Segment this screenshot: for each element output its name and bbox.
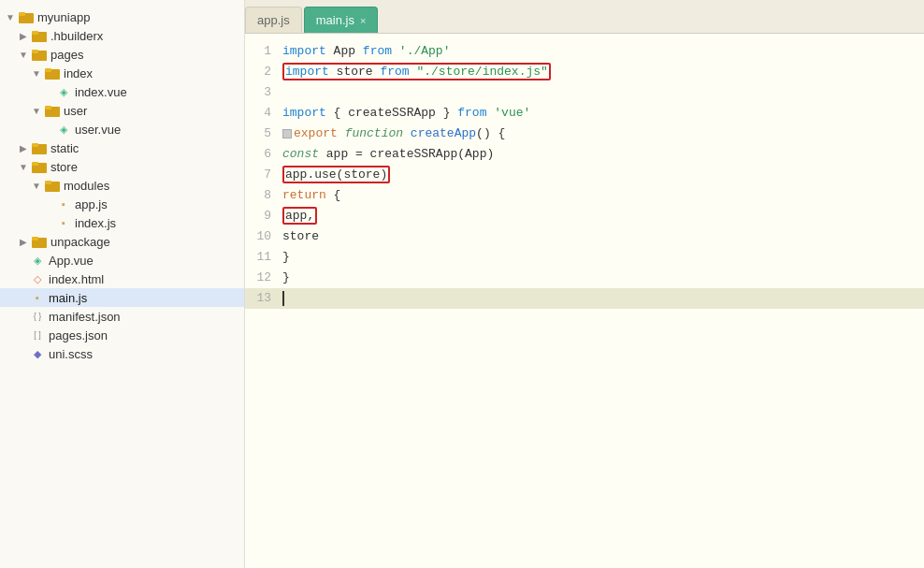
code-container: 1import App from './App'2import store fr… [245, 34, 924, 568]
sidebar-item-index-vue[interactable]: ◈index.vue [0, 82, 244, 101]
chevron-icon: ▶ [17, 29, 30, 42]
sidebar-item-label: index.vue [75, 85, 127, 99]
chevron-icon: ▼ [30, 179, 43, 192]
line-content: const app = createSSRApp(App) [282, 144, 924, 165]
sidebar-item-label: unpackage [51, 235, 110, 249]
token-kw-export: export [294, 126, 338, 140]
sidebar-item-index-folder[interactable]: ▼index [0, 64, 244, 82]
sidebar-item-label: pages [51, 48, 83, 62]
sidebar-item-uni-scss[interactable]: ◆uni.scss [0, 344, 244, 363]
sidebar-item-label: myuniapp [37, 10, 90, 24]
token-kw-from: from [457, 106, 486, 120]
json-file-icon: { } [30, 309, 45, 324]
token-ident: { [326, 188, 341, 202]
folder-icon [45, 103, 60, 118]
sidebar-item-pages-json[interactable]: [ ]pages.json [0, 326, 244, 344]
sidebar-item-label: app.js [75, 197, 108, 211]
chevron-icon: ▼ [30, 104, 43, 117]
token-ident: app = createSSRApp(App) [319, 147, 494, 161]
token-kw-from: from [363, 44, 392, 58]
css-file-icon: ◆ [30, 346, 45, 361]
line-content: import store from "./store/index.js" [282, 62, 924, 82]
json-file-icon: [ ] [30, 328, 45, 342]
code-line: 8 return { [245, 185, 924, 206]
line-number: 11 [245, 247, 282, 268]
token-ident: App [326, 44, 363, 58]
line-number: 7 [245, 165, 282, 185]
svg-rect-26 [32, 237, 38, 240]
token-kw-const: const [282, 147, 319, 161]
folder-icon [32, 47, 47, 62]
line-content: export function createApp() { [282, 124, 924, 144]
line-number: 5 [245, 124, 282, 144]
sidebar-item-index-js[interactable]: ▪index.js [0, 213, 244, 232]
token-kw-import: import [282, 44, 326, 58]
sidebar-item-static[interactable]: ▶static [0, 138, 244, 157]
sidebar-item-label: index.html [49, 272, 104, 286]
sidebar-item-label: user.vue [75, 123, 121, 137]
tab-close-icon[interactable]: × [360, 15, 366, 26]
line-content [282, 288, 924, 309]
folder-icon [45, 178, 60, 193]
code-line: 12} [245, 268, 924, 288]
sidebar-item-label: user [64, 104, 87, 118]
vue-file-icon: ◈ [56, 84, 71, 99]
js-file-icon: ▪ [56, 215, 71, 230]
code-line: 11 } [245, 247, 924, 268]
collapse-button[interactable] [282, 129, 292, 138]
token-ident [338, 126, 345, 140]
sidebar-item-manifest-json[interactable]: { }manifest.json [0, 307, 244, 326]
code-line: 10 store [245, 226, 924, 247]
sidebar-item-label: modules [64, 179, 109, 193]
code-line: 2import store from "./store/index.js" [245, 62, 924, 82]
line-number: 13 [245, 288, 282, 309]
sidebar-item-label: uni.scss [49, 347, 93, 361]
sidebar-item-label: index.js [75, 216, 116, 230]
js-file-icon: ▪ [30, 290, 45, 305]
token-ident: store [282, 229, 319, 243]
line-content: } [282, 268, 924, 288]
chevron-icon: ▶ [17, 235, 30, 248]
tab-main-js-tab[interactable]: main.js× [304, 7, 379, 33]
sidebar-item-hbuilderx[interactable]: ▶.hbuilderx [0, 26, 244, 45]
svg-rect-5 [32, 31, 38, 34]
sidebar-item-label: store [51, 160, 78, 174]
sidebar-item-label: main.js [49, 291, 87, 305]
sidebar-item-user-vue[interactable]: ◈user.vue [0, 120, 244, 138]
token-ident: { createSSRApp } [326, 106, 457, 120]
sidebar-item-pages[interactable]: ▼pages [0, 45, 244, 64]
svg-rect-17 [32, 143, 38, 146]
chevron-icon: ▼ [4, 10, 17, 23]
tab-label: app.js [257, 13, 290, 27]
html-file-icon: ◇ [30, 271, 45, 286]
token-str-green: './App' [399, 44, 451, 58]
line-number: 3 [245, 82, 282, 103]
code-line: 5export function createApp() { [245, 124, 924, 144]
line-content: import App from './App' [282, 41, 924, 62]
sidebar-item-store[interactable]: ▼store [0, 157, 244, 176]
sidebar-item-main-js[interactable]: ▪main.js [0, 288, 244, 307]
sidebar-item-myuniapp[interactable]: ▼myuniapp [0, 7, 244, 26]
sidebar-item-label: pages.json [49, 328, 108, 342]
highlight-box: app.use(store) [282, 166, 390, 183]
sidebar-item-label: static [51, 141, 79, 155]
folder-icon [19, 9, 34, 24]
chevron-icon: ▶ [17, 141, 30, 154]
svg-rect-23 [45, 181, 51, 183]
tab-app-js-tab[interactable]: app.js [245, 7, 302, 33]
sidebar-item-app-js[interactable]: ▪app.js [0, 195, 244, 213]
sidebar-item-index-html[interactable]: ◇index.html [0, 269, 244, 288]
token-ident [392, 44, 399, 58]
chevron-icon: ▼ [17, 48, 30, 61]
sidebar-item-unpackage[interactable]: ▶unpackage [0, 232, 244, 251]
sidebar-item-App-vue[interactable]: ◈App.vue [0, 251, 244, 269]
folder-icon [32, 234, 47, 249]
code-line: 7 app.use(store) [245, 165, 924, 185]
chevron-icon: ▼ [17, 160, 30, 173]
folder-icon [32, 159, 47, 174]
line-number: 2 [245, 62, 282, 82]
sidebar-item-modules[interactable]: ▼modules [0, 176, 244, 195]
token-kw-return: return [282, 188, 326, 202]
line-number: 1 [245, 41, 282, 62]
sidebar-item-user-folder[interactable]: ▼user [0, 101, 244, 120]
